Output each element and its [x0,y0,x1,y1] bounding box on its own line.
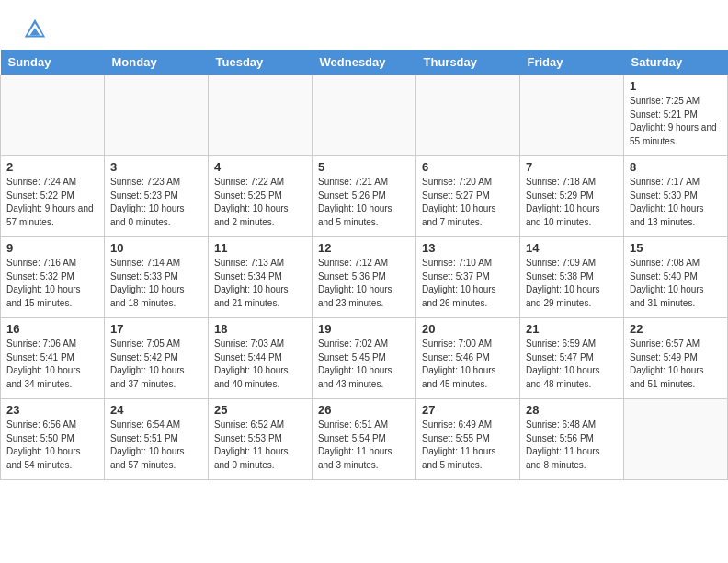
calendar-day-cell: 22Sunrise: 6:57 AM Sunset: 5:49 PM Dayli… [624,318,728,399]
day-number: 1 [630,79,722,93]
calendar-header-sunday: Sunday [1,50,105,75]
calendar-day-cell: 28Sunrise: 6:48 AM Sunset: 5:56 PM Dayli… [520,399,624,480]
calendar-header-wednesday: Wednesday [313,50,416,75]
day-info: Sunrise: 7:09 AM Sunset: 5:38 PM Dayligh… [526,257,618,310]
day-number: 17 [110,322,202,336]
day-number: 24 [110,403,202,417]
day-number: 8 [630,160,722,174]
day-info: Sunrise: 7:06 AM Sunset: 5:41 PM Dayligh… [6,338,98,391]
calendar-day-cell: 24Sunrise: 6:54 AM Sunset: 5:51 PM Dayli… [105,399,209,480]
calendar-table: SundayMondayTuesdayWednesdayThursdayFrid… [0,50,728,480]
day-number: 14 [526,241,618,255]
day-info: Sunrise: 6:51 AM Sunset: 5:54 PM Dayligh… [318,419,410,472]
day-info: Sunrise: 7:13 AM Sunset: 5:34 PM Dayligh… [214,257,306,310]
calendar-day-cell: 5Sunrise: 7:21 AM Sunset: 5:26 PM Daylig… [313,156,416,237]
calendar-day-cell: 7Sunrise: 7:18 AM Sunset: 5:29 PM Daylig… [520,156,624,237]
calendar-header-saturday: Saturday [624,50,728,75]
calendar-day-cell: 2Sunrise: 7:24 AM Sunset: 5:22 PM Daylig… [1,156,105,237]
day-info: Sunrise: 7:08 AM Sunset: 5:40 PM Dayligh… [630,257,722,310]
calendar-header-monday: Monday [105,50,209,75]
day-info: Sunrise: 7:22 AM Sunset: 5:25 PM Dayligh… [214,176,306,229]
calendar-day-cell [520,75,624,156]
day-number: 21 [526,322,618,336]
day-info: Sunrise: 7:03 AM Sunset: 5:44 PM Dayligh… [214,338,306,391]
day-number: 25 [214,403,306,417]
calendar-day-cell: 26Sunrise: 6:51 AM Sunset: 5:54 PM Dayli… [313,399,416,480]
day-number: 28 [526,403,618,417]
calendar-day-cell: 17Sunrise: 7:05 AM Sunset: 5:42 PM Dayli… [105,318,209,399]
calendar-day-cell: 15Sunrise: 7:08 AM Sunset: 5:40 PM Dayli… [624,237,728,318]
calendar-day-cell: 1Sunrise: 7:25 AM Sunset: 5:21 PM Daylig… [624,75,728,156]
calendar-day-cell: 21Sunrise: 6:59 AM Sunset: 5:47 PM Dayli… [520,318,624,399]
calendar-week-row: 23Sunrise: 6:56 AM Sunset: 5:50 PM Dayli… [1,399,728,480]
day-info: Sunrise: 7:14 AM Sunset: 5:33 PM Dayligh… [110,257,202,310]
calendar-day-cell: 18Sunrise: 7:03 AM Sunset: 5:44 PM Dayli… [209,318,313,399]
calendar-header-friday: Friday [520,50,624,75]
day-number: 12 [318,241,410,255]
day-number: 5 [318,160,410,174]
calendar-day-cell: 23Sunrise: 6:56 AM Sunset: 5:50 PM Dayli… [1,399,105,480]
calendar-day-cell: 25Sunrise: 6:52 AM Sunset: 5:53 PM Dayli… [209,399,313,480]
calendar-day-cell: 14Sunrise: 7:09 AM Sunset: 5:38 PM Dayli… [520,237,624,318]
day-number: 23 [6,403,98,417]
day-info: Sunrise: 7:23 AM Sunset: 5:23 PM Dayligh… [110,176,202,229]
calendar-day-cell: 12Sunrise: 7:12 AM Sunset: 5:36 PM Dayli… [313,237,416,318]
day-info: Sunrise: 6:57 AM Sunset: 5:49 PM Dayligh… [630,338,722,391]
day-info: Sunrise: 7:12 AM Sunset: 5:36 PM Dayligh… [318,257,410,310]
calendar-week-row: 9Sunrise: 7:16 AM Sunset: 5:32 PM Daylig… [1,237,728,318]
calendar-day-cell: 13Sunrise: 7:10 AM Sunset: 5:37 PM Dayli… [416,237,520,318]
day-info: Sunrise: 7:17 AM Sunset: 5:30 PM Dayligh… [630,176,722,229]
day-info: Sunrise: 6:54 AM Sunset: 5:51 PM Dayligh… [110,419,202,472]
day-info: Sunrise: 7:21 AM Sunset: 5:26 PM Dayligh… [318,176,410,229]
day-info: Sunrise: 7:16 AM Sunset: 5:32 PM Dayligh… [6,257,98,310]
calendar-day-cell [416,75,520,156]
calendar-week-row: 2Sunrise: 7:24 AM Sunset: 5:22 PM Daylig… [1,156,728,237]
calendar-day-cell [105,75,209,156]
day-number: 7 [526,160,618,174]
calendar-day-cell: 10Sunrise: 7:14 AM Sunset: 5:33 PM Dayli… [105,237,209,318]
day-info: Sunrise: 7:24 AM Sunset: 5:22 PM Dayligh… [6,176,98,229]
day-number: 27 [422,403,514,417]
day-info: Sunrise: 7:00 AM Sunset: 5:46 PM Dayligh… [422,338,514,391]
day-info: Sunrise: 6:56 AM Sunset: 5:50 PM Dayligh… [6,419,98,472]
calendar-week-row: 16Sunrise: 7:06 AM Sunset: 5:41 PM Dayli… [1,318,728,399]
logo-icon [22,17,48,42]
day-info: Sunrise: 7:10 AM Sunset: 5:37 PM Dayligh… [422,257,514,310]
day-number: 13 [422,241,514,255]
day-number: 22 [630,322,722,336]
calendar-day-cell [209,75,313,156]
calendar-day-cell: 11Sunrise: 7:13 AM Sunset: 5:34 PM Dayli… [209,237,313,318]
day-number: 6 [422,160,514,174]
day-number: 11 [214,241,306,255]
calendar-day-cell: 27Sunrise: 6:49 AM Sunset: 5:55 PM Dayli… [416,399,520,480]
calendar-day-cell: 19Sunrise: 7:02 AM Sunset: 5:45 PM Dayli… [313,318,416,399]
day-number: 18 [214,322,306,336]
calendar-day-cell [313,75,416,156]
calendar-day-cell: 4Sunrise: 7:22 AM Sunset: 5:25 PM Daylig… [209,156,313,237]
calendar-day-cell [624,399,728,480]
calendar-day-cell [1,75,105,156]
day-number: 19 [318,322,410,336]
day-info: Sunrise: 6:52 AM Sunset: 5:53 PM Dayligh… [214,419,306,472]
calendar-day-cell: 6Sunrise: 7:20 AM Sunset: 5:27 PM Daylig… [416,156,520,237]
day-number: 9 [6,241,98,255]
day-number: 26 [318,403,410,417]
day-number: 20 [422,322,514,336]
day-number: 10 [110,241,202,255]
day-info: Sunrise: 7:25 AM Sunset: 5:21 PM Dayligh… [630,95,722,148]
calendar-day-cell: 20Sunrise: 7:00 AM Sunset: 5:46 PM Dayli… [416,318,520,399]
calendar-day-cell: 9Sunrise: 7:16 AM Sunset: 5:32 PM Daylig… [1,237,105,318]
calendar-header-tuesday: Tuesday [209,50,313,75]
page-header [0,0,728,50]
day-info: Sunrise: 7:02 AM Sunset: 5:45 PM Dayligh… [318,338,410,391]
day-info: Sunrise: 7:20 AM Sunset: 5:27 PM Dayligh… [422,176,514,229]
day-number: 2 [6,160,98,174]
calendar-day-cell: 3Sunrise: 7:23 AM Sunset: 5:23 PM Daylig… [105,156,209,237]
day-info: Sunrise: 6:48 AM Sunset: 5:56 PM Dayligh… [526,419,618,472]
day-number: 4 [214,160,306,174]
calendar-header-row: SundayMondayTuesdayWednesdayThursdayFrid… [1,50,728,75]
day-number: 3 [110,160,202,174]
day-info: Sunrise: 6:59 AM Sunset: 5:47 PM Dayligh… [526,338,618,391]
calendar-day-cell: 16Sunrise: 7:06 AM Sunset: 5:41 PM Dayli… [1,318,105,399]
calendar-day-cell: 8Sunrise: 7:17 AM Sunset: 5:30 PM Daylig… [624,156,728,237]
